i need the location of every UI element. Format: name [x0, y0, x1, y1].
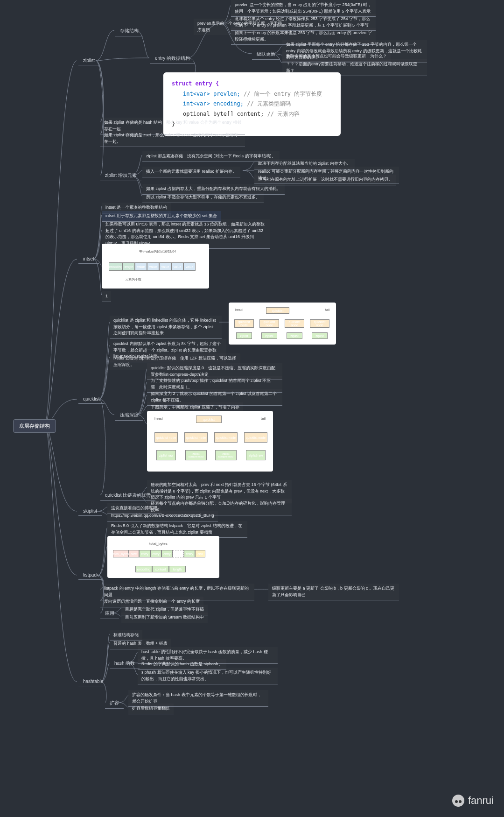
branch-hash-fn[interactable]: hash 函数: [110, 658, 140, 669]
zp: ziplist: [236, 332, 252, 339]
cell: encoding: [109, 262, 123, 271]
node-l1: Redis 5.0 引入了新的数据结构 listpack，它是对 ziplist…: [107, 521, 247, 538]
cell: length: [123, 262, 135, 271]
code-l4: optional byte[] content;: [183, 111, 264, 117]
cell: value: [135, 262, 147, 271]
node-lp2r: 级联更新主要是 a 更新了 会影响 b，b 更新会影响 c 。现在自己更新了只会…: [268, 584, 399, 600]
code-l2c: // 前一个 entry 的字节长度: [244, 91, 322, 97]
mindmap-canvas: 底层存储结构 ziplist 存储结构 entry 的数据结构 prevlen表…: [0, 0, 504, 817]
c: encoding: [135, 566, 152, 572]
image-listpack: total_bytes total_bytes size entry entry…: [107, 536, 219, 578]
code-l3: int<var> encoding;: [183, 100, 244, 107]
wechat-icon: [452, 795, 464, 807]
node-app2: 目前应用到了新增加的 Stream 数据结构中: [121, 613, 208, 623]
code-l4c: // 元素内容: [267, 111, 300, 117]
qn: quicklist node: [154, 432, 178, 443]
branch-lp-app[interactable]: 应用: [100, 608, 119, 619]
qn: quicklist node: [259, 319, 279, 328]
c: ...: [173, 550, 184, 557]
zp: ziplist: [261, 332, 277, 339]
code-l1: struct entry {: [172, 80, 219, 87]
branch-depth[interactable]: 压缩深度: [115, 410, 143, 421]
c: content: [152, 566, 169, 572]
c: entry: [150, 550, 161, 557]
branch-listpack[interactable]: listpack: [78, 570, 103, 580]
watermark: fanrui: [452, 795, 494, 807]
head: head: [235, 308, 243, 311]
image-quicklist-1: quicklist head tail quicklist node quick…: [229, 303, 336, 345]
lp-title: total_bytes: [149, 542, 168, 546]
qn: quicklist node: [184, 432, 208, 443]
zp: ziplist compressed: [215, 450, 237, 460]
qn: quicklist node: [214, 432, 238, 443]
branch-entry[interactable]: entry 的数据结构: [150, 53, 195, 64]
branch-expand[interactable]: 扩容: [105, 698, 124, 709]
c: total_bytes: [113, 550, 129, 557]
node-h2: 如果 ziplist 存储的是 zset，那么 value 和 score 会作…: [100, 130, 245, 147]
qn: quicklist node: [310, 319, 329, 328]
ql: quicklist: [266, 307, 289, 314]
qn: quicklist node: [234, 319, 254, 328]
branch-ziplist-add[interactable]: ziplist 增加元素: [100, 170, 141, 181]
c: entry: [184, 550, 195, 557]
tail: tail: [261, 416, 266, 421]
branch-storage[interactable]: 存储结构: [115, 26, 143, 36]
c: entry: [139, 550, 150, 557]
cell: value: [171, 262, 183, 271]
branch-ziplist[interactable]: ziplist: [78, 56, 99, 65]
zp: ziplist: [287, 332, 302, 339]
watermark-text: fanrui: [468, 795, 494, 807]
c: end: [195, 550, 205, 557]
ql: quicklist: [196, 416, 222, 423]
branch-skiplist[interactable]: skiplist: [78, 507, 102, 516]
c: size: [129, 550, 139, 557]
tail: tail: [325, 308, 329, 311]
cell: value: [159, 262, 171, 271]
qn: quicklist node: [244, 432, 267, 443]
img-title: 等于value的起址16/32/64: [139, 249, 176, 254]
head: head: [154, 416, 163, 421]
node-e2: 扩容后数组容量翻倍: [128, 704, 174, 714]
code-l2: int<var> prevlen;: [183, 91, 240, 97]
code-l3c: // 元素类型编码: [247, 100, 291, 107]
node-a4: 所以 ziplist 不适合存储大型字符串，存储的元素也不宜过多。: [142, 192, 264, 203]
branch-hashtable[interactable]: hashtable: [78, 677, 108, 686]
node-a2: 插入一个新的元素就需要调用 realloc 扩展内存。: [142, 167, 240, 177]
node-q1: quicklist 是 ziplist 和 linkedlist 的混合体，它将…: [110, 316, 222, 339]
c: length: [169, 566, 186, 572]
c: entry: [161, 550, 173, 557]
branch-quicklist[interactable]: quicklist: [78, 394, 105, 404]
image-intset-layout: 等于value的起址16/32/64 encoding length value…: [102, 244, 209, 289]
zp: ziplist raw: [246, 450, 266, 460]
branch-intset[interactable]: intset: [78, 254, 99, 264]
zp: ziplist raw: [156, 450, 176, 460]
img-foot: 元素的个数: [125, 277, 141, 282]
node-i4: 1: [102, 291, 111, 302]
root-node[interactable]: 底层存储结构: [13, 419, 56, 433]
node-f3: siphash 算法即使在输入 key 很小的情况下，也可以产生随机性特别好的输…: [138, 668, 278, 684]
cell: value: [183, 262, 196, 271]
zp: ziplist: [312, 332, 328, 339]
node-s2: https://mp.weixin.qq.com/s/B-oXo0ceOZsXq…: [107, 511, 218, 521]
qn: quicklist node: [285, 319, 304, 328]
cell: value: [147, 262, 159, 271]
zp: ziplist compressed: [185, 450, 207, 460]
branch-cascade[interactable]: 级联更新: [252, 49, 280, 60]
image-quicklist-2: quicklist head tail quicklist node quick…: [147, 411, 273, 472]
